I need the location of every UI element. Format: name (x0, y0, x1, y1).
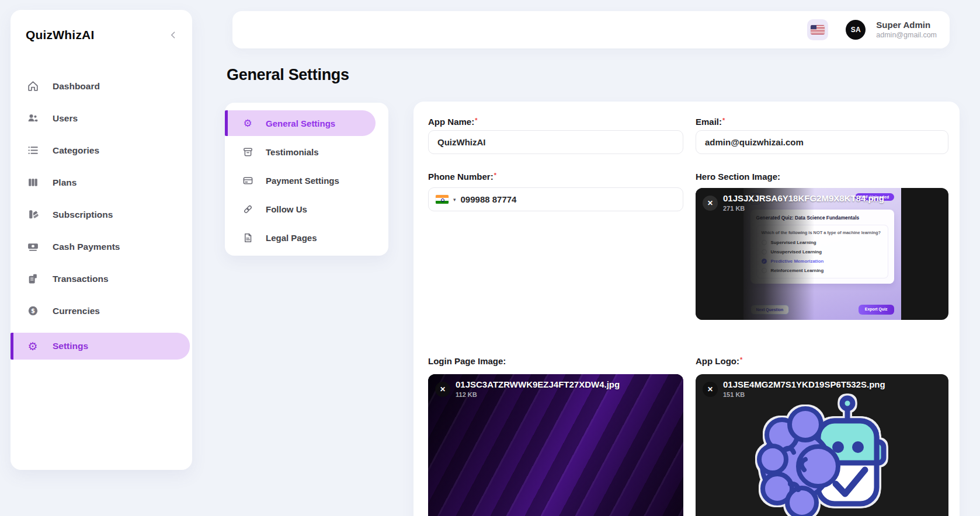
tab-testimonials[interactable]: Testimonials (225, 139, 388, 165)
users-icon (26, 112, 39, 125)
app-logo-filename: 01JSE4MG2M7S1YKD19SP6T532S.png (723, 379, 885, 389)
tab-legal-pages[interactable]: Legal Pages (225, 225, 388, 250)
tab-payment-settings[interactable]: Payment Settings (225, 168, 388, 193)
tab-follow-us[interactable]: Follow Us (225, 196, 388, 222)
avatar[interactable]: SA (846, 20, 866, 40)
remove-app-logo-button[interactable]: ✕ (703, 382, 718, 397)
search-input[interactable] (244, 18, 807, 41)
quiz-question-panel: Which of the following is NOT a type of … (756, 225, 888, 278)
quiz-option: Supervised Learning (762, 240, 883, 245)
quiz-option: Unsupervised Learning (762, 249, 883, 254)
tab-general-settings[interactable]: ⚙ General Settings (225, 110, 376, 136)
tab-label: General Settings (266, 118, 335, 128)
close-icon: ✕ (440, 385, 446, 393)
required-marker: * (475, 117, 477, 124)
app-logo-label: App Logo:* (696, 356, 948, 366)
sidebar-item-transactions[interactable]: Transactions (11, 263, 192, 295)
sidebar-item-label: Subscriptions (53, 210, 113, 220)
sidebar-item-plans[interactable]: Plans (11, 166, 192, 198)
archive-icon (242, 146, 253, 158)
gear-icon: ⚙ (242, 117, 253, 129)
sidebar-item-label: Transactions (53, 274, 109, 284)
app-logo-text: QuizWhizAI (26, 28, 94, 42)
tab-label: Testimonials (266, 147, 319, 157)
sidebar-header: QuizWhizAI (11, 10, 192, 60)
hero-image-label: Hero Section Image: (696, 172, 948, 182)
chevron-left-icon (169, 30, 178, 40)
list-icon (26, 144, 39, 157)
radio-icon (762, 240, 767, 245)
sidebar-collapse-button[interactable] (165, 27, 182, 43)
hero-image-preview: PDF Uploaded Generated Quiz: Data Scienc… (696, 188, 948, 320)
gear-icon: ⚙ (26, 340, 39, 353)
quiz-export-button: Export Quiz (859, 305, 894, 315)
radio-checked-icon: ✓ (762, 259, 767, 264)
sidebar-item-label: Cash Payments (53, 242, 120, 252)
dollar-circle-icon: $ (26, 305, 39, 318)
language-selector-button[interactable] (807, 19, 828, 40)
radio-icon (762, 249, 767, 254)
remove-login-image-button[interactable]: ✕ (435, 382, 450, 397)
sidebar-item-currencies[interactable]: $ Currencies (11, 295, 192, 327)
login-image-filesize: 112 KB (456, 391, 477, 398)
email-input[interactable] (696, 130, 948, 154)
link-icon (242, 203, 253, 215)
sidebar-item-label: Settings (53, 341, 88, 351)
brain-robot-logo (749, 391, 895, 516)
login-image-filename: 01JSC3ATZRWWK9EZJ4FT27XDW4.jpg (456, 379, 620, 389)
credit-card-icon (242, 175, 253, 186)
hero-image-filesize: 271 KB (723, 205, 745, 212)
app-name-input[interactable] (428, 130, 683, 154)
sidebar-item-settings[interactable]: ⚙ Settings (11, 333, 190, 360)
caret-down-icon[interactable]: ▾ (453, 197, 456, 203)
document-icon (242, 232, 253, 243)
phone-number-label: Phone Number:* (428, 172, 683, 182)
sidebar-item-dashboard[interactable]: Dashboard (11, 70, 192, 102)
home-icon (26, 80, 39, 93)
login-image-preview: ✕ 01JSC3ATZRWWK9EZJ4FT27XDW4.jpg 112 KB (428, 374, 683, 516)
login-image-label: Login Page Image: (428, 356, 683, 366)
sidebar-item-label: Categories (53, 145, 99, 156)
sidebar: QuizWhizAI Dashboard Users (11, 10, 192, 470)
user-email: admin@gmail.com (876, 30, 937, 40)
email-label: Email:* (696, 117, 948, 127)
sidebar-item-label: Users (53, 113, 78, 124)
tab-label: Follow Us (266, 204, 307, 214)
required-marker: * (494, 172, 496, 179)
us-flag-icon (811, 25, 825, 34)
close-icon: ✕ (707, 199, 713, 207)
columns-icon (26, 176, 39, 189)
india-flag-icon (436, 195, 449, 204)
page-title: General Settings (227, 66, 349, 84)
quiz-option-selected: ✓ Predictive Memorization (762, 259, 883, 264)
tab-label: Payment Settings (266, 176, 339, 186)
quiz-option: Reinforcement Learning (762, 268, 883, 273)
sidebar-item-cash-payments[interactable]: Cash Payments (11, 231, 192, 263)
remove-hero-image-button[interactable]: ✕ (703, 196, 718, 211)
user-info: Super Admin admin@gmail.com (876, 20, 937, 40)
sidebar-item-label: Plans (53, 177, 77, 188)
settings-subnav: ⚙ General Settings Testimonials Payment … (225, 103, 388, 256)
banknote-icon (26, 240, 39, 253)
app-name-label: App Name:* (428, 117, 683, 127)
general-settings-form: App Name:* Email:* Phone Number:* ▾ 0999… (413, 102, 960, 516)
phone-number-value: 099988 87774 (461, 194, 517, 204)
swatches-icon (26, 208, 39, 221)
svg-text:$: $ (31, 308, 35, 314)
app-window: QuizWhizAI Dashboard Users (0, 0, 980, 516)
quiz-next-button: Next Question (750, 305, 790, 315)
hero-image-filename: 01JSJXJRSA6Y18KFG2M9X8KT84.png (723, 193, 884, 203)
sidebar-item-label: Dashboard (53, 81, 100, 92)
quiz-title: Generated Quiz: Data Science Fundamental… (756, 215, 888, 221)
tab-label: Legal Pages (266, 233, 317, 243)
hero-image-thumbnail: PDF Uploaded Generated Quiz: Data Scienc… (743, 188, 901, 320)
sidebar-item-users[interactable]: Users (11, 102, 192, 134)
phone-number-input[interactable]: ▾ 099988 87774 (428, 187, 683, 211)
app-logo-preview: ✕ 01JSE4MG2M7S1YKD19SP6T532S.png 151 KB (696, 374, 948, 516)
sidebar-item-categories[interactable]: Categories (11, 134, 192, 166)
sidebar-item-label: Currencies (53, 306, 100, 316)
sidebar-nav: Dashboard Users Categories Plans (11, 70, 192, 360)
quiz-card: Generated Quiz: Data Science Fundamental… (750, 210, 894, 284)
close-icon: ✕ (707, 385, 713, 393)
sidebar-item-subscriptions[interactable]: Subscriptions (11, 198, 192, 231)
